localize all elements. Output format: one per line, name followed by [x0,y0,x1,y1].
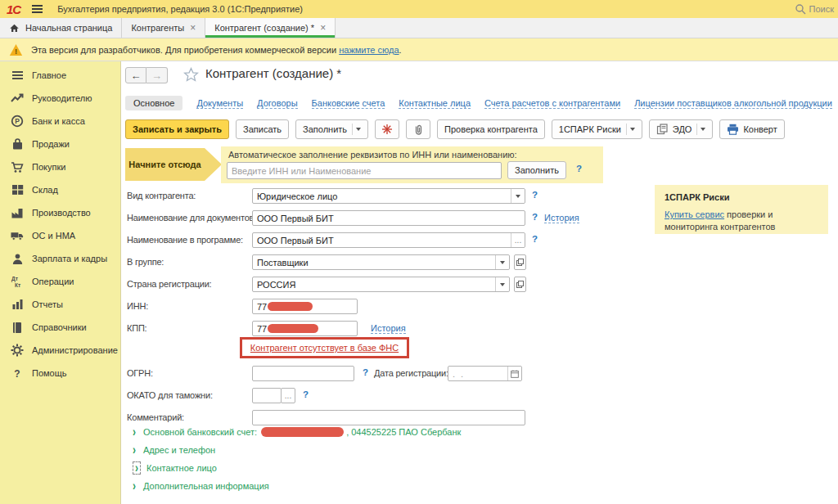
reg-date-input[interactable]: . . [448,366,522,381]
sidebar-item-prodazhi[interactable]: Продажи [0,133,120,155]
tab-kontragenty[interactable]: Контрагенты × [122,18,205,38]
kind-help[interactable]: ? [532,190,538,200]
sidebar-item-zarplata[interactable]: Зарплата и кадры [0,247,120,270]
autofill-panel: Автоматическое заполнение реквизитов по … [221,146,603,183]
section-bank-account[interactable]: › Основной банковский счет: , 044525225 … [133,425,461,439]
okato-help[interactable]: ? [303,389,309,399]
fns-warning-link[interactable]: Контрагент отсутствует в базе ФНС [250,343,399,353]
inn-input[interactable]: 77 [252,299,358,314]
main-menu-icon[interactable] [32,5,43,13]
country-open-button[interactable] [514,277,526,292]
kpp-history-link[interactable]: История [371,323,406,334]
open-icon [516,259,524,266]
question-icon: ? [11,367,24,380]
section-address-phone[interactable]: › Адрес и телефон [133,443,215,457]
form-area: ← → Контрагент (создание) * Основное Док… [121,61,838,504]
svg-text:Р: Р [15,117,20,125]
nav-osnovnoe[interactable]: Основное [125,96,182,110]
nav-contacts[interactable]: Контактные лица [399,98,471,109]
window-titlebar: 1С Бухгалтерия предприятия, редакция 3.0… [0,0,838,18]
dropdown-icon[interactable] [495,277,509,291]
sidebar-item-administrirovanie[interactable]: Администрирование [0,339,120,362]
field-label-name-docs: Наименование для документов: [127,210,256,226]
fill-dropdown-button[interactable]: Заполнить [295,119,368,139]
nav-dokumenty[interactable]: Документы [196,98,243,109]
tab-bar: Начальная страница Контрагенты × Контраг… [0,18,838,38]
snowflake-button[interactable] [375,119,399,139]
section-additional-info[interactable]: › Дополнительная информация [133,479,269,493]
edo-button[interactable]: ЭДО [649,119,714,139]
sidebar-item-pokupki[interactable]: Покупки [0,155,120,178]
chevron-right-icon: › [133,424,136,439]
forward-button[interactable]: → [146,67,168,83]
sidebar-item-proizvodstvo[interactable]: Производство [0,201,120,224]
okato-more-button[interactable]: ... [281,388,295,403]
nav-dogovory[interactable]: Договоры [257,98,297,109]
sidebar-item-sklad[interactable]: Склад [0,178,120,201]
spark-riski-button[interactable]: 1СПАРК Риски [552,119,642,139]
comment-input[interactable] [252,410,525,425]
section-contact-person[interactable]: › Контактное лицо [133,461,217,475]
nav-settlement-accounts[interactable]: Счета расчетов с контрагентами [484,98,620,109]
group-select[interactable]: Поставщики [252,254,510,270]
favorite-star-icon[interactable] [183,67,199,82]
name-prog-help[interactable]: ? [532,234,538,244]
1c-logo-icon: 1С [7,2,20,16]
form-nav: Основное Документы Договоры Банковские с… [125,94,832,112]
autofill-fill-button[interactable]: Заполнить [507,161,566,179]
home-icon [9,23,20,34]
sidebar-item-bank-kassa[interactable]: РБанк и касса [0,110,120,133]
autofill-help[interactable]: ? [576,164,582,173]
country-select[interactable]: РОССИЯ [252,277,510,292]
sidebar-item-rukovoditelyu[interactable]: Руководителю [0,87,120,110]
spark-riski-promo: 1СПАРК Риски Купить сервис проверки имон… [655,185,828,234]
nav-licenses[interactable]: Лицензии поставщиков алкогольной продукц… [634,98,832,109]
okato-input[interactable] [252,388,282,403]
more-icon[interactable]: ... [511,233,525,247]
close-icon[interactable]: × [320,23,326,33]
group-open-button[interactable] [514,254,526,270]
name-docs-help[interactable]: ? [532,212,538,222]
sidebar-item-operacii[interactable]: ДтКтОперации [0,270,120,293]
calendar-icon[interactable] [507,367,521,380]
field-label-reg-date: Дата регистрации: [374,366,448,381]
name-docs-history-link[interactable]: История [544,213,579,223]
autofill-input[interactable] [227,162,502,179]
dropdown-icon[interactable] [495,255,509,269]
save-button[interactable]: Записать [236,119,289,139]
attach-button[interactable] [406,119,430,139]
sidebar-item-os-nma[interactable]: ОС и НМА [0,224,120,247]
name-prog-input[interactable]: ООО Первый БИТ... [252,232,525,248]
sidebar-item-otchety[interactable]: Отчеты [0,293,120,316]
name-docs-input[interactable]: ООО Первый БИТ [252,210,525,226]
check-kontragent-button[interactable]: Проверка контрагента [437,119,545,139]
sidebar-item-pomosch[interactable]: ?Помощь [0,362,120,385]
ogrn-input[interactable] [252,366,354,381]
sidebar-item-glavnoe[interactable]: Главное [0,64,120,87]
close-icon[interactable]: × [190,23,196,33]
cart-icon [11,160,24,173]
envelope-button[interactable]: Конверт [719,119,784,139]
global-search[interactable]: Поиск [795,3,834,15]
window-title: Бухгалтерия предприятия, редакция 3.0 (1… [57,4,303,14]
nav-bank-accounts[interactable]: Банковские счета [312,98,385,109]
tab-kontragent-create[interactable]: Контрагент (создание) * × [205,18,336,38]
grid-icon [11,183,24,196]
ogrn-help[interactable]: ? [363,367,368,377]
book-icon [11,321,24,334]
field-label-inn: ИНН: [127,299,148,314]
field-label-okato: ОКАТО для таможни: [127,388,213,403]
save-close-button[interactable]: Записать и закрыть [125,119,229,139]
field-label-comment: Комментарий: [127,410,184,425]
dev-version-warning: ! Эта версия для разработчиков. Для прио… [0,38,838,61]
field-label-group: В группе: [127,254,164,270]
warning-link[interactable]: нажмите сюда [339,45,399,55]
tab-home[interactable]: Начальная страница [0,18,122,38]
back-button[interactable]: ← [125,67,146,83]
ruble-coin-icon: Р [11,115,24,128]
sidebar-item-spravochniki[interactable]: Справочники [0,316,120,339]
kind-select[interactable]: Юридическое лицо [252,188,525,204]
kpp-input[interactable]: 77 [252,321,358,336]
dropdown-icon[interactable] [511,189,525,203]
buy-service-link[interactable]: Купить сервис [665,209,724,219]
